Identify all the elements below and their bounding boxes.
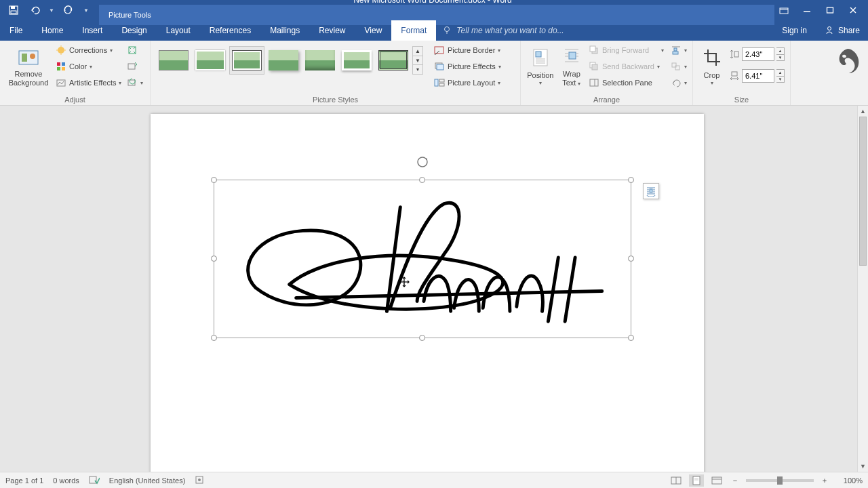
corrections-button[interactable]: Corrections▾ <box>56 43 121 57</box>
tab-references[interactable]: References <box>200 20 260 41</box>
position-button[interactable]: Position▾ <box>526 43 555 91</box>
height-spin-down[interactable]: ▼ <box>776 55 784 61</box>
minimize-button[interactable] <box>797 2 816 18</box>
height-input[interactable] <box>742 47 774 61</box>
scroll-up[interactable]: ▲ <box>858 106 868 117</box>
color-button[interactable]: Color▾ <box>56 60 121 73</box>
ribbon-display-options[interactable] <box>774 2 793 18</box>
width-input[interactable] <box>742 69 774 83</box>
gallery-scroll-up[interactable]: ▲ <box>413 47 422 56</box>
resize-handle-ml[interactable] <box>211 256 217 262</box>
style-preset-2[interactable] <box>193 46 228 75</box>
print-layout-button[interactable] <box>689 474 704 487</box>
tab-review[interactable]: Review <box>309 20 355 41</box>
layout-options-button[interactable] <box>643 183 659 199</box>
tab-design[interactable]: Design <box>112 20 156 41</box>
change-picture-button[interactable] <box>127 60 143 73</box>
document-canvas[interactable] <box>0 106 857 472</box>
reset-picture-button[interactable]: ▾ <box>127 76 143 89</box>
scroll-thumb[interactable] <box>859 117 867 266</box>
picture-layout-button[interactable]: Picture Layout▾ <box>434 76 501 89</box>
width-spin-down[interactable]: ▼ <box>776 77 784 83</box>
align-button[interactable]: ▾ <box>671 43 687 57</box>
change-picture-icon <box>127 61 138 72</box>
vertical-scrollbar[interactable]: ▲ ▼ <box>857 106 868 472</box>
resize-handle-bl[interactable] <box>211 335 217 341</box>
picture-effects-button[interactable]: Picture Effects▾ <box>434 60 501 73</box>
style-preset-6[interactable] <box>339 46 374 75</box>
send-backward-icon <box>589 61 599 72</box>
save-button[interactable] <box>5 2 22 18</box>
sign-in-button[interactable]: Sign in <box>772 20 816 41</box>
width-spin-up[interactable]: ▲ <box>776 70 784 77</box>
rotate-handle[interactable] <box>416 156 429 168</box>
tab-home[interactable]: Home <box>32 20 73 41</box>
svg-rect-65 <box>650 189 652 192</box>
web-layout-button[interactable] <box>709 474 724 487</box>
zoom-thumb[interactable] <box>777 476 783 485</box>
group-button[interactable]: ▾ <box>671 60 687 73</box>
tab-insert[interactable]: Insert <box>73 20 112 41</box>
redo-button[interactable] <box>60 2 76 18</box>
gallery-scroll-down[interactable]: ▼ <box>413 56 422 66</box>
signature-image[interactable] <box>214 180 631 338</box>
selection-pane-button[interactable]: Selection Pane <box>589 76 664 89</box>
maximize-button[interactable] <box>821 2 840 18</box>
tab-mailings[interactable]: Mailings <box>260 20 309 41</box>
resize-handle-tr[interactable] <box>628 177 634 183</box>
svg-rect-33 <box>437 64 443 70</box>
tab-layout[interactable]: Layout <box>157 20 200 41</box>
word-count[interactable]: 0 words <box>53 476 79 485</box>
picture-selection[interactable] <box>214 180 631 338</box>
svg-rect-4 <box>780 8 788 14</box>
macro-recording-icon[interactable] <box>195 475 204 486</box>
tell-me-placeholder: Tell me what you want to do... <box>456 26 564 35</box>
wrap-text-button[interactable]: Wrap Text ▾ <box>559 43 585 91</box>
style-preset-3[interactable] <box>229 46 264 75</box>
remove-background-button[interactable]: Remove Background <box>5 43 52 91</box>
tell-me-search[interactable]: Tell me what you want to do... <box>436 20 772 41</box>
svg-rect-42 <box>569 52 576 59</box>
zoom-level[interactable]: 100% <box>835 476 863 485</box>
svg-line-31 <box>435 51 439 55</box>
style-preset-4[interactable] <box>266 46 301 75</box>
send-backward-button[interactable]: Send Backward▾ <box>589 60 664 73</box>
zoom-out[interactable]: − <box>730 476 741 485</box>
tab-file[interactable]: File <box>0 20 32 41</box>
resize-handle-tm[interactable] <box>419 177 425 183</box>
resize-handle-tl[interactable] <box>211 177 217 183</box>
share-button[interactable]: Share <box>816 20 868 41</box>
share-icon <box>825 26 834 35</box>
style-preset-7[interactable] <box>376 46 411 75</box>
language-indicator[interactable]: English (United States) <box>109 476 186 485</box>
svg-rect-50 <box>590 46 595 52</box>
resize-handle-bm[interactable] <box>419 335 425 341</box>
picture-border-icon <box>434 45 445 56</box>
undo-button[interactable] <box>27 2 43 18</box>
compress-pictures-button[interactable] <box>127 43 143 57</box>
style-preset-5[interactable] <box>302 46 338 75</box>
gallery-more[interactable]: ▾ <box>413 65 422 74</box>
qat-customize[interactable]: ▼ <box>81 2 91 18</box>
read-mode-button[interactable] <box>669 474 684 487</box>
page-indicator[interactable]: Page 1 of 1 <box>5 476 43 485</box>
svg-rect-22 <box>57 62 60 66</box>
resize-handle-mr[interactable] <box>628 256 634 262</box>
picture-border-button[interactable]: Picture Border▾ <box>434 43 501 57</box>
tab-format[interactable]: Format <box>391 20 436 41</box>
rotate-button[interactable]: ▾ <box>671 76 687 89</box>
zoom-slider[interactable] <box>746 479 814 482</box>
close-button[interactable] <box>844 2 863 18</box>
resize-handle-br[interactable] <box>628 335 634 341</box>
height-spin-up[interactable]: ▲ <box>776 48 784 55</box>
style-preset-1[interactable] <box>156 46 191 75</box>
selection-pane-icon <box>589 77 599 88</box>
crop-button[interactable]: Crop▾ <box>698 43 725 91</box>
zoom-in[interactable]: + <box>819 476 830 485</box>
scroll-down[interactable]: ▼ <box>858 461 868 472</box>
artistic-effects-button[interactable]: Artistic Effects▾ <box>56 76 121 89</box>
bring-forward-button[interactable]: Bring Forward▾ <box>589 43 664 57</box>
spellcheck-icon[interactable] <box>89 475 100 486</box>
tab-view[interactable]: View <box>355 20 392 41</box>
remove-background-icon <box>18 47 39 68</box>
